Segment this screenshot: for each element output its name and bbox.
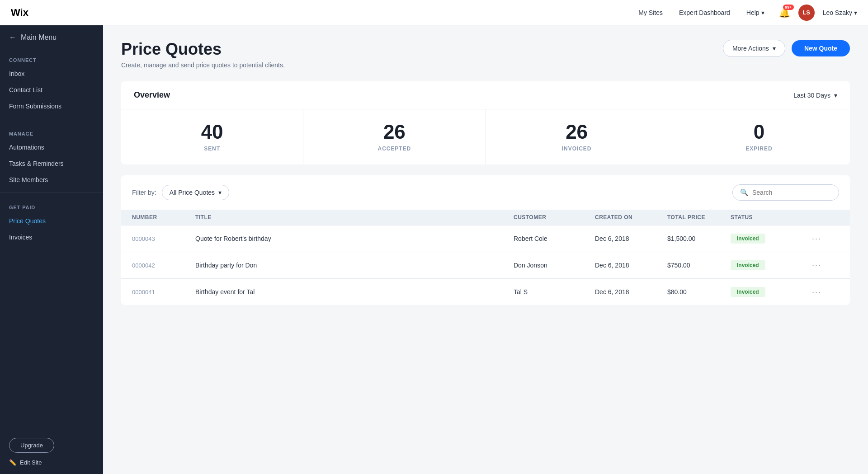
top-navigation: Wix My Sites Expert Dashboard Help ▾ 🔔 9… xyxy=(0,0,868,25)
table-header: Number Title Customer Created On Total P… xyxy=(121,210,850,225)
overview-title: Overview xyxy=(134,90,170,100)
row-0-customer: Robert Cole xyxy=(514,235,595,242)
back-arrow-icon: ← xyxy=(9,33,16,42)
row-0-total-price: $1,500.00 xyxy=(667,235,731,242)
upgrade-button[interactable]: Upgrade xyxy=(9,438,54,453)
row-1-actions[interactable]: ··· xyxy=(812,261,839,270)
page-title: Price Quotes xyxy=(121,40,285,59)
notification-badge: 99+ xyxy=(783,5,793,10)
stat-accepted-number: 26 xyxy=(303,122,485,142)
top-nav-icons: 🔔 99+ LS Leo Szaky ▾ xyxy=(779,5,857,21)
connect-section-label: Connect xyxy=(0,50,103,66)
col-total-price: Total Price xyxy=(667,214,731,221)
page-subtitle: Create, manage and send price quotes to … xyxy=(121,61,285,69)
page-header: Price Quotes Create, manage and send pri… xyxy=(121,40,850,69)
sidebar-item-contact-list[interactable]: Contact List xyxy=(0,82,103,98)
stat-invoiced: 26 INVOICED xyxy=(486,109,668,164)
sidebar-section-manage: Manage Automations Tasks & Reminders Sit… xyxy=(0,124,103,188)
search-input[interactable] xyxy=(752,189,831,196)
row-0-number: 0000043 xyxy=(132,235,195,242)
main-layout: ← Main Menu Connect Inbox Contact List F… xyxy=(0,25,868,474)
row-2-actions[interactable]: ··· xyxy=(812,287,839,297)
row-0-actions[interactable]: ··· xyxy=(812,234,839,244)
row-1-total-price: $750.00 xyxy=(667,262,731,269)
col-created-on: Created On xyxy=(595,214,667,221)
top-nav-links: My Sites Expert Dashboard Help ▾ xyxy=(638,9,764,16)
expert-dashboard-link[interactable]: Expert Dashboard xyxy=(679,9,730,16)
wix-logo: Wix xyxy=(11,7,28,19)
more-actions-button[interactable]: More Actions ▾ xyxy=(723,40,785,57)
user-chevron-icon: ▾ xyxy=(854,9,857,16)
filter-bar: Filter by: All Price Quotes ▾ 🔍 xyxy=(121,175,850,210)
stat-expired-label: EXPIRED xyxy=(668,145,850,152)
sidebar-item-price-quotes[interactable]: Price Quotes xyxy=(0,213,103,229)
avatar[interactable]: LS xyxy=(798,5,815,21)
stat-invoiced-number: 26 xyxy=(486,122,668,142)
overview-header: Overview Last 30 Days ▾ xyxy=(121,81,850,109)
sidebar-section-get-paid: Get Paid Price Quotes Invoices xyxy=(0,197,103,245)
page-title-group: Price Quotes Create, manage and send pri… xyxy=(121,40,285,69)
new-quote-button[interactable]: New Quote xyxy=(792,40,850,56)
row-2-created-on: Dec 6, 2018 xyxy=(595,288,667,296)
filter-left: Filter by: All Price Quotes ▾ xyxy=(132,185,229,200)
stat-sent: 40 SENT xyxy=(121,109,303,164)
table-row[interactable]: 0000042 Birthday party for Don Don Jonso… xyxy=(121,252,850,278)
status-badge: Invoiced xyxy=(731,234,765,244)
row-0-status: Invoiced xyxy=(731,234,812,244)
main-menu-item[interactable]: ← Main Menu xyxy=(0,25,103,50)
col-title: Title xyxy=(195,214,514,221)
row-2-total-price: $80.00 xyxy=(667,288,731,296)
notification-bell[interactable]: 🔔 99+ xyxy=(779,7,790,18)
quotes-card: Filter by: All Price Quotes ▾ 🔍 Number T… xyxy=(121,175,850,305)
col-number: Number xyxy=(132,214,195,221)
sidebar: ← Main Menu Connect Inbox Contact List F… xyxy=(0,25,103,474)
table-row[interactable]: 0000041 Birthday event for Tal Tal S Dec… xyxy=(121,278,850,305)
status-badge: Invoiced xyxy=(731,287,765,297)
filter-select[interactable]: All Price Quotes ▾ xyxy=(162,185,229,200)
date-filter-chevron-icon: ▾ xyxy=(834,92,837,99)
row-2-number: 0000041 xyxy=(132,289,195,296)
sidebar-item-inbox[interactable]: Inbox xyxy=(0,66,103,82)
my-sites-link[interactable]: My Sites xyxy=(638,9,663,16)
stat-invoiced-label: INVOICED xyxy=(486,145,668,152)
edit-site-icon: ✏️ xyxy=(9,459,16,466)
row-2-status: Invoiced xyxy=(731,287,812,297)
row-1-created-on: Dec 6, 2018 xyxy=(595,262,667,269)
sidebar-item-invoices[interactable]: Invoices xyxy=(0,229,103,245)
stat-sent-number: 40 xyxy=(121,122,303,142)
stats-row: 40 SENT 26 ACCEPTED 26 INVOICED 0 EXPIRE… xyxy=(121,109,850,164)
sidebar-bottom: Upgrade ✏️ Edit Site xyxy=(0,430,103,474)
user-name[interactable]: Leo Szaky ▾ xyxy=(823,9,857,16)
sidebar-divider-1 xyxy=(0,119,103,119)
edit-site-button[interactable]: ✏️ Edit Site xyxy=(9,459,94,466)
filter-chevron-icon: ▾ xyxy=(218,189,222,196)
row-1-number: 0000042 xyxy=(132,262,195,269)
manage-section-label: Manage xyxy=(0,124,103,139)
sidebar-item-automations[interactable]: Automations xyxy=(0,139,103,155)
search-box: 🔍 xyxy=(732,184,839,201)
col-status: Status xyxy=(731,214,812,221)
stat-expired: 0 EXPIRED xyxy=(668,109,850,164)
sidebar-item-tasks-reminders[interactable]: Tasks & Reminders xyxy=(0,155,103,172)
row-0-title: Quote for Robert's birthday xyxy=(195,235,514,242)
row-0-created-on: Dec 6, 2018 xyxy=(595,235,667,242)
header-actions: More Actions ▾ New Quote xyxy=(723,40,850,57)
col-actions xyxy=(812,214,839,221)
sidebar-item-site-members[interactable]: Site Members xyxy=(0,172,103,188)
main-content: Price Quotes Create, manage and send pri… xyxy=(103,25,868,474)
row-2-customer: Tal S xyxy=(514,288,595,296)
date-filter[interactable]: Last 30 Days ▾ xyxy=(793,92,837,99)
stat-accepted-label: ACCEPTED xyxy=(303,145,485,152)
stat-expired-number: 0 xyxy=(668,122,850,142)
more-actions-chevron-icon: ▾ xyxy=(773,45,776,52)
help-link[interactable]: Help ▾ xyxy=(746,9,764,16)
row-1-status: Invoiced xyxy=(731,260,812,270)
table-row[interactable]: 0000043 Quote for Robert's birthday Robe… xyxy=(121,225,850,252)
row-2-title: Birthday event for Tal xyxy=(195,288,514,296)
help-chevron-icon: ▾ xyxy=(761,9,764,16)
sidebar-item-form-submissions[interactable]: Form Submissions xyxy=(0,98,103,114)
search-icon: 🔍 xyxy=(740,188,749,197)
col-customer: Customer xyxy=(514,214,595,221)
stat-sent-label: SENT xyxy=(121,145,303,152)
row-1-title: Birthday party for Don xyxy=(195,262,514,269)
